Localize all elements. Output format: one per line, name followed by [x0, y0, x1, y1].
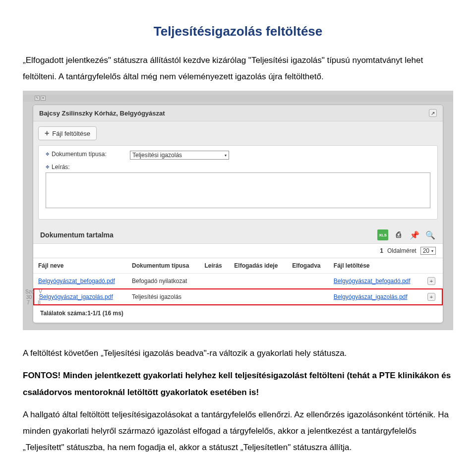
description-textarea[interactable] [46, 172, 430, 208]
results-count: Találatok száma:1-1/1 (16 ms) [33, 305, 443, 323]
page-title: Teljesítésigazolás feltöltése [23, 24, 453, 39]
col-type: Dokumentum típusa [127, 258, 199, 273]
table-row-highlighted: Belgyógyászat_igazolás.pdf Teljesítési i… [33, 288, 443, 305]
table-row: Belgyógyászat_befogadó.pdf Befogadó nyil… [33, 273, 443, 288]
xls-icon[interactable]: XLS [377, 229, 388, 240]
fontos-text: Minden jelentkezett gyakorlati helyhez k… [23, 371, 451, 397]
page-size-label: Oldalméret [387, 247, 416, 254]
screenshot-panel: ✎✕ Bajcsy Zsilinszky Kórház, Belgyógyász… [23, 91, 453, 330]
cal-num: 8 [38, 300, 41, 305]
doc-content-title: Dokumentum tartalma [40, 231, 114, 239]
calendar-fragment: SzoV 301 78 [23, 289, 45, 305]
chevron-down-icon: ▾ [431, 249, 433, 253]
doc-type-select[interactable]: Teljesítési igazolás ▾ [130, 151, 229, 160]
download-link[interactable]: Belgyógyászat_befogadó.pdf [334, 278, 411, 284]
after-paragraph-3: A hallgató által feltöltött teljesítésig… [23, 406, 453, 455]
row-type: Teljesítési igazolás [127, 288, 199, 305]
row-action-button[interactable]: + [427, 293, 435, 301]
move-icon: ✥ [46, 152, 50, 157]
upload-modal: Bajcsy Zsilinszky Kórház, Belgyógyászat … [33, 105, 443, 323]
file-link[interactable]: Belgyógyászat_igazolás.pdf [39, 293, 113, 300]
search-icon[interactable]: 🔍 [425, 229, 436, 240]
cal-num: 7 [27, 300, 30, 305]
page-size-select[interactable]: 20 ▾ [420, 247, 436, 255]
bg-toolbar: ✎✕ [23, 95, 453, 102]
close-icon[interactable]: ↗ [429, 109, 437, 117]
col-file: Fájl neve [33, 258, 127, 273]
col-download: Fájl letöltése [329, 258, 422, 273]
form-area: ✥Dokumentum típusa: Teljesítési igazolás… [38, 145, 438, 220]
after-paragraph-2: FONTOS! Minden jelentkezett gyakorlati h… [23, 367, 453, 400]
after-paragraph-1: A feltöltést követően „Teljesítési igazo… [23, 345, 453, 361]
row-action-button[interactable]: + [427, 277, 435, 285]
page-size-value: 20 [423, 247, 429, 254]
move-icon: ✥ [46, 165, 50, 170]
bg-icon: ✕ [41, 96, 46, 101]
page-number: 1 [380, 247, 383, 254]
fontos-prefix: FONTOS! [23, 371, 60, 380]
chevron-down-icon: ▾ [225, 153, 227, 158]
col-time: Elfogadás ideje [229, 258, 287, 273]
row-type: Befogadó nyilatkozat [127, 273, 199, 288]
cal-day: Szo [25, 289, 34, 294]
upload-button-label: Fájl feltöltése [52, 130, 90, 137]
doc-type-label: Dokumentum típusa: [52, 151, 107, 158]
col-accepted: Elfogadva [287, 258, 329, 273]
pager: 1 Oldalméret 20 ▾ [33, 243, 443, 258]
upload-button[interactable]: + Fájl feltöltése [38, 126, 97, 140]
cal-day: V [39, 289, 42, 294]
modal-title: Bajcsy Zsilinszky Kórház, Belgyógyászat [39, 110, 165, 117]
file-link[interactable]: Belgyógyászat_befogadó.pdf [38, 278, 115, 284]
col-desc: Leírás [199, 258, 229, 273]
cal-num: 1 [39, 294, 42, 300]
doc-type-value: Teljesítési igazolás [132, 152, 182, 159]
plus-icon: + [45, 129, 49, 137]
doc-content-header: Dokumentum tartalma XLS ⎙ 📌 🔍 [33, 225, 443, 243]
modal-header: Bajcsy Zsilinszky Kórház, Belgyógyászat … [33, 105, 443, 121]
documents-table: Fájl neve Dokumentum típusa Leírás Elfog… [33, 258, 443, 305]
bg-icon: ✎ [35, 96, 40, 101]
pin-icon[interactable]: 📌 [409, 229, 420, 240]
download-link[interactable]: Belgyógyászat_igazolás.pdf [334, 293, 408, 300]
desc-label: Leírás: [52, 164, 70, 171]
intro-paragraph: „Elfogadott jelentkezés" státuszra állít… [23, 52, 453, 85]
print-icon[interactable]: ⎙ [393, 229, 404, 240]
cal-num: 30 [26, 294, 32, 300]
